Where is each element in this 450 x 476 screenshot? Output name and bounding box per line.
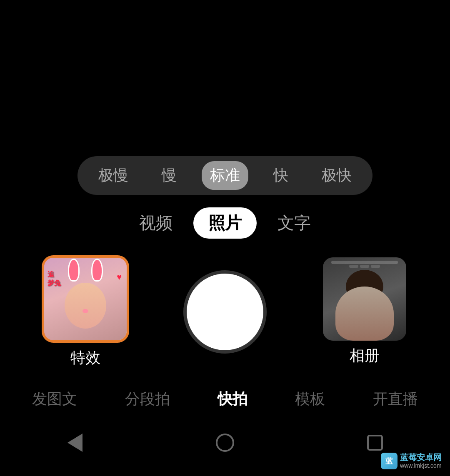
effect-face-bg: 追梦兔 ♥ bbox=[44, 258, 127, 340]
bunny-ears bbox=[68, 259, 103, 282]
camera-viewfinder bbox=[0, 0, 450, 156]
nav-post[interactable]: 发图文 bbox=[32, 389, 77, 409]
album-mini-tabs bbox=[349, 265, 380, 268]
album-mini-ui bbox=[323, 261, 406, 268]
cat-nose bbox=[82, 309, 88, 313]
recents-icon bbox=[367, 435, 383, 451]
left-ear bbox=[68, 259, 80, 282]
android-home-button[interactable] bbox=[212, 430, 238, 455]
right-ear bbox=[91, 259, 103, 282]
android-back-button[interactable] bbox=[62, 430, 88, 455]
home-icon bbox=[216, 434, 234, 452]
effect-face bbox=[65, 283, 106, 329]
camera-controls-area: 极慢 慢 标准 快 极快 视频 照片 文字 追梦兔 ♥ bbox=[0, 156, 450, 476]
tab-photo[interactable]: 照片 bbox=[193, 207, 257, 239]
effect-thumbnail: 追梦兔 ♥ bbox=[42, 255, 129, 343]
effect-label: 特效 bbox=[70, 348, 100, 368]
speed-selector: 极慢 慢 标准 快 极快 bbox=[78, 156, 372, 195]
album-button[interactable]: 相册 bbox=[317, 257, 412, 366]
nav-quick-shoot[interactable]: 快拍 bbox=[218, 389, 248, 409]
speed-man[interactable]: 慢 bbox=[153, 161, 185, 190]
heart-icon: ♥ bbox=[117, 272, 122, 282]
watermark-site-name: 蓝莓安卓网 bbox=[400, 452, 442, 462]
watermark-logo-icon: 蓝 bbox=[381, 453, 398, 469]
speed-jikuai[interactable]: 极快 bbox=[313, 161, 360, 190]
speed-standard[interactable]: 标准 bbox=[202, 161, 248, 190]
watermark: 蓝 蓝莓安卓网 www.lmkjst.com bbox=[378, 451, 445, 471]
shutter-button[interactable] bbox=[183, 270, 267, 354]
effect-text-overlay: 追梦兔 bbox=[48, 270, 61, 288]
tab-text[interactable]: 文字 bbox=[278, 212, 311, 234]
tab-video[interactable]: 视频 bbox=[139, 212, 172, 234]
album-person-face bbox=[335, 287, 394, 341]
speed-jiman[interactable]: 极慢 bbox=[90, 161, 137, 190]
nav-live[interactable]: 开直播 bbox=[373, 389, 418, 409]
effect-button[interactable]: 追梦兔 ♥ 特效 bbox=[38, 255, 133, 368]
album-mini-tab-2 bbox=[360, 265, 369, 268]
camera-action-row: 追梦兔 ♥ 特效 bbox=[0, 255, 450, 368]
bottom-nav-bar: 发图文 分段拍 快拍 模板 开直播 bbox=[0, 385, 450, 418]
album-mini-tab-1 bbox=[349, 265, 358, 268]
shutter-inner bbox=[190, 277, 260, 347]
back-icon bbox=[68, 434, 82, 452]
album-mini-bar bbox=[331, 261, 398, 264]
album-thumbnail bbox=[323, 257, 406, 341]
watermark-site-url: www.lmkjst.com bbox=[400, 462, 442, 469]
album-label: 相册 bbox=[350, 346, 380, 366]
nav-template[interactable]: 模板 bbox=[295, 389, 325, 409]
watermark-text-block: 蓝莓安卓网 www.lmkjst.com bbox=[400, 452, 442, 469]
speed-kuai[interactable]: 快 bbox=[265, 161, 297, 190]
mode-tab-bar: 视频 照片 文字 bbox=[139, 207, 311, 239]
album-mini-tab-3 bbox=[371, 265, 380, 268]
nav-segmented[interactable]: 分段拍 bbox=[125, 389, 170, 409]
